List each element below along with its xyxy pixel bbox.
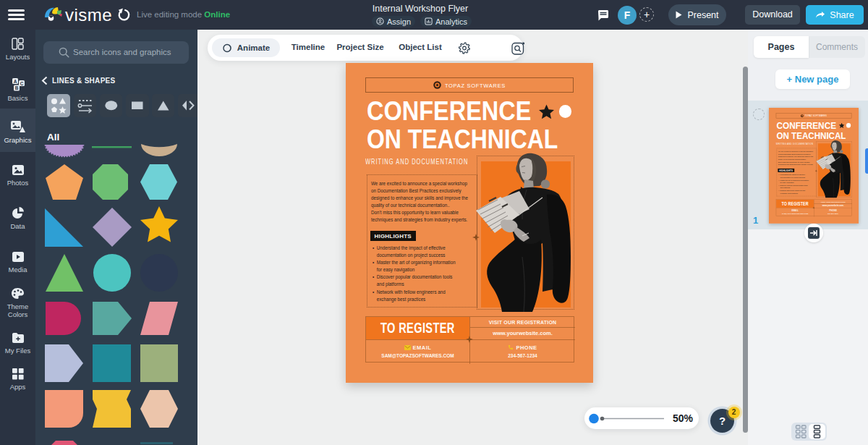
- svg-text:A: A: [13, 79, 17, 84]
- svg-text:B: B: [14, 85, 18, 90]
- svg-text:C: C: [20, 81, 23, 86]
